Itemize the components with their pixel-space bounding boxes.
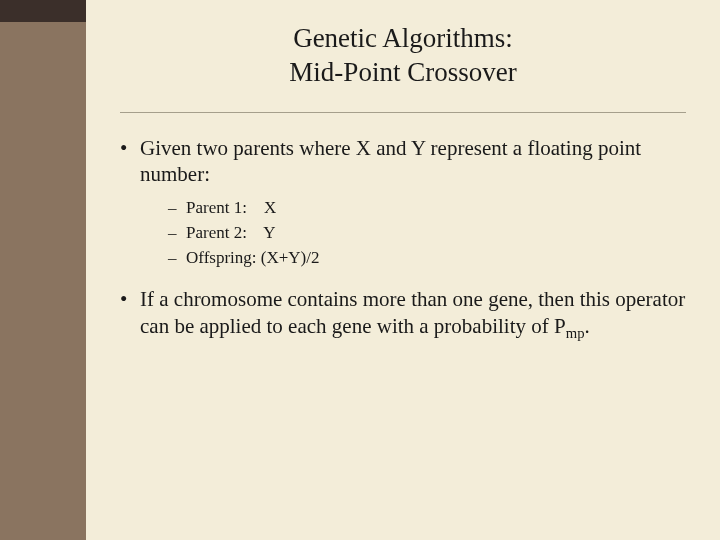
bullet-text-pre: If a chromosome contains more than one g… [140, 287, 685, 338]
sub-bullet-text: Offspring: (X+Y)/2 [186, 246, 686, 271]
bullet-text-post: . [584, 314, 589, 338]
dash-mark-icon: – [168, 221, 186, 246]
bullet-item: • Given two parents where X and Y repres… [120, 135, 686, 189]
dash-mark-icon: – [168, 196, 186, 221]
sub-bullet-item: – Parent 2: Y [168, 221, 686, 246]
bullet-text: If a chromosome contains more than one g… [140, 286, 686, 340]
bullet-mark-icon: • [120, 286, 140, 340]
title-line-2: Mid-Point Crossover [86, 56, 720, 90]
slide-title: Genetic Algorithms: Mid-Point Crossover [86, 0, 720, 104]
dash-mark-icon: – [168, 246, 186, 271]
bullet-text: Given two parents where X and Y represen… [140, 135, 686, 189]
sub-bullet-text: Parent 1: X [186, 196, 686, 221]
sub-bullet-item: – Offspring: (X+Y)/2 [168, 246, 686, 271]
sub-bullet-group: – Parent 1: X – Parent 2: Y – Offspring:… [168, 196, 686, 270]
title-line-1: Genetic Algorithms: [86, 22, 720, 56]
sub-bullet-item: – Parent 1: X [168, 196, 686, 221]
sub-bullet-text: Parent 2: Y [186, 221, 686, 246]
bullet-mark-icon: • [120, 135, 140, 189]
bullet-item: • If a chromosome contains more than one… [120, 286, 686, 340]
slide-content: • Given two parents where X and Y repres… [86, 113, 720, 340]
subscript: mp [566, 325, 585, 341]
corner-tab [0, 0, 86, 22]
slide-body: Genetic Algorithms: Mid-Point Crossover … [86, 0, 720, 540]
